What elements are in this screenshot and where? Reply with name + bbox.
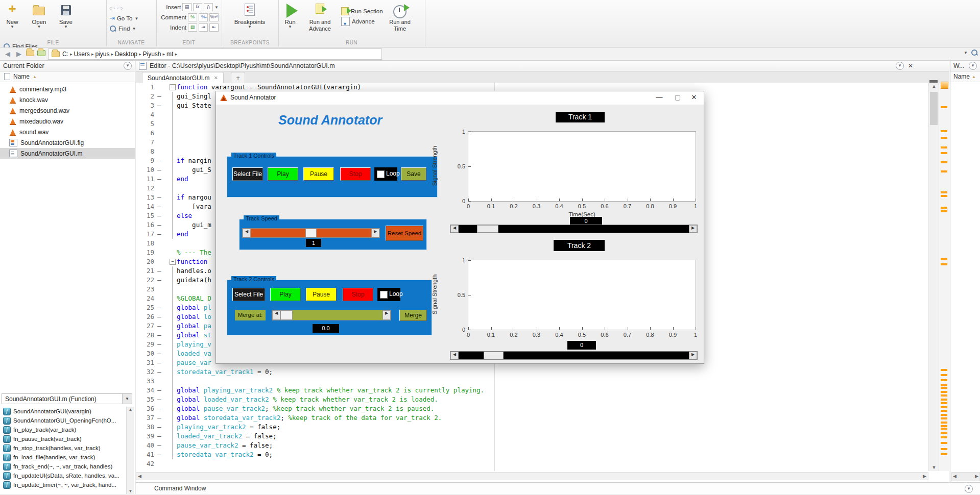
breadcrumb-item[interactable]: C: bbox=[61, 51, 70, 58]
warning-mark[interactable] bbox=[941, 195, 947, 197]
indent-button[interactable]: Indent▤⇥⇤ bbox=[157, 22, 219, 33]
merge-position-slider[interactable]: ◀ ▶ bbox=[272, 310, 391, 320]
scroll-left-icon[interactable]: ◀ bbox=[450, 225, 459, 233]
track1-play-button[interactable]: Play bbox=[268, 167, 298, 181]
comment-icon[interactable]: % bbox=[188, 13, 197, 21]
file-row[interactable]: mixedaudio.wav bbox=[0, 116, 135, 127]
warning-mark[interactable] bbox=[941, 410, 947, 412]
panel-menu-icon[interactable]: ▼ bbox=[896, 62, 904, 70]
warning-mark[interactable] bbox=[941, 106, 947, 108]
track2-play-button[interactable]: Play bbox=[270, 288, 301, 301]
warning-mark[interactable] bbox=[941, 146, 947, 148]
checkbox-icon[interactable] bbox=[377, 170, 385, 178]
warning-mark[interactable] bbox=[941, 207, 947, 209]
smart-indent-icon[interactable]: ▤ bbox=[188, 23, 197, 32]
warning-mark[interactable] bbox=[941, 422, 947, 424]
track1-save-button[interactable]: Save bbox=[401, 167, 426, 181]
scroll-right-icon[interactable]: ▶ bbox=[689, 352, 697, 359]
track2-position-scrollbar[interactable]: ◀ ▶ bbox=[450, 351, 698, 360]
warning-mark[interactable] bbox=[941, 387, 947, 389]
function-list-item[interactable]: ffn_updateUI(sData, sRate, handles, va..… bbox=[0, 471, 127, 480]
scrollbar-thumb[interactable] bbox=[930, 92, 938, 125]
breadcrumb[interactable]: C:▸Users▸piyus▸Desktop▸Piyush▸mt▸ bbox=[48, 48, 382, 60]
warning-mark[interactable] bbox=[941, 191, 947, 193]
scroll-right-icon[interactable]: ▶ bbox=[923, 474, 926, 479]
merge-button[interactable]: Merge bbox=[399, 310, 427, 321]
up-folder-icon[interactable] bbox=[26, 50, 35, 59]
forward-icon[interactable]: ⇨ bbox=[117, 4, 124, 12]
workspace-horizontal-scrollbar[interactable]: ◀ ▶ bbox=[951, 472, 980, 481]
insert-button[interactable]: Insert▤fxƒᵢ▼ bbox=[157, 2, 219, 12]
indent-left-icon[interactable]: ⇤ bbox=[209, 23, 219, 32]
warning-mark[interactable] bbox=[941, 417, 947, 419]
minimize-button[interactable]: — bbox=[652, 93, 667, 101]
warning-mark[interactable] bbox=[941, 399, 947, 401]
insert-section-icon[interactable]: ▤ bbox=[182, 3, 192, 11]
file-row[interactable]: knock.wav bbox=[0, 94, 135, 105]
back-icon[interactable]: ⇦ bbox=[109, 4, 115, 12]
find-button[interactable]: Find▼ bbox=[109, 23, 138, 34]
track1-position-scrollbar[interactable]: ◀ ▶ bbox=[450, 225, 698, 233]
code-fold-icon[interactable]: − bbox=[170, 84, 176, 90]
close-icon[interactable]: ✕ bbox=[908, 62, 913, 69]
track1-stop-button[interactable]: Stop bbox=[340, 167, 371, 181]
new-tab-button[interactable]: + bbox=[231, 72, 245, 83]
function-list-item[interactable]: ffn_load_file(handles, var_track) bbox=[0, 453, 127, 462]
address-dropdown-icon[interactable]: ▼ bbox=[964, 51, 968, 55]
file-row[interactable]: mergedsound.wav bbox=[0, 105, 135, 116]
warning-mark[interactable] bbox=[941, 425, 947, 427]
run-and-time-button[interactable]: Run and Time bbox=[386, 2, 414, 37]
file-list-header[interactable]: Name ▲ bbox=[0, 71, 135, 82]
warning-mark[interactable] bbox=[941, 384, 947, 386]
warning-mark[interactable] bbox=[941, 130, 947, 132]
scroll-down-icon[interactable]: ▼ bbox=[929, 465, 939, 470]
warning-mark[interactable] bbox=[941, 258, 947, 260]
file-row[interactable]: SoundAnnotatorGUI.fig bbox=[0, 137, 135, 148]
breadcrumb-item[interactable]: Users bbox=[73, 51, 91, 58]
function-list-item[interactable]: ffn_play_track(var_track) bbox=[0, 425, 127, 434]
scrollbar-grip[interactable] bbox=[929, 80, 938, 83]
scroll-up-icon[interactable]: ▲ bbox=[929, 84, 939, 89]
close-button[interactable]: ✕ bbox=[686, 93, 702, 101]
run-section-button[interactable]: Run Section bbox=[341, 6, 383, 16]
warning-mark[interactable] bbox=[941, 161, 947, 163]
dialog-titlebar[interactable]: Sound Annotator — ▢ ✕ bbox=[216, 91, 704, 105]
browse-folder-icon[interactable] bbox=[37, 50, 46, 59]
search-icon[interactable] bbox=[971, 49, 978, 56]
warning-mark[interactable] bbox=[941, 402, 947, 404]
scrollbar-thumb[interactable] bbox=[484, 352, 504, 359]
scroll-right-icon[interactable]: ▶ bbox=[689, 225, 697, 233]
insert-function-icon[interactable]: fx bbox=[193, 3, 202, 11]
scroll-down-icon[interactable]: ▼ bbox=[127, 489, 134, 493]
indent-right-icon[interactable]: ⇥ bbox=[199, 23, 208, 32]
forward-icon[interactable]: ▶ bbox=[14, 50, 23, 59]
run-button[interactable]: Run ▼ bbox=[279, 2, 301, 37]
function-list-item[interactable]: fSoundAnnotatorGUI_OpeningFcn(hO... bbox=[0, 416, 127, 425]
function-list-item[interactable]: ffn_track_end(~, ~, var_track, handles) bbox=[0, 462, 127, 471]
scroll-up-icon[interactable]: ▲ bbox=[127, 407, 134, 412]
warning-mark[interactable] bbox=[941, 170, 947, 172]
scrollbar-thumb[interactable] bbox=[477, 225, 498, 233]
slider-left-icon[interactable]: ◀ bbox=[243, 229, 251, 237]
file-row[interactable]: SoundAnnotatorGUI.m bbox=[0, 148, 135, 159]
breakpoints-button[interactable]: Breakpoints ▼ bbox=[227, 2, 273, 37]
warning-mark[interactable] bbox=[941, 428, 947, 430]
open-button[interactable]: Open ▼ bbox=[27, 2, 51, 37]
comment-button[interactable]: Comment%%̶%⏎ bbox=[157, 12, 219, 22]
warning-mark[interactable] bbox=[941, 442, 947, 444]
warning-mark[interactable] bbox=[941, 369, 947, 371]
slider-thumb[interactable] bbox=[305, 229, 317, 237]
warning-mark[interactable] bbox=[941, 374, 947, 376]
file-row[interactable]: sound.wav bbox=[0, 127, 135, 137]
slider-right-icon[interactable]: ▶ bbox=[371, 229, 379, 237]
panel-menu-icon[interactable]: ▼ bbox=[969, 62, 977, 70]
run-and-advance-button[interactable]: Run and Advance bbox=[304, 2, 335, 37]
wrap-comments-icon[interactable]: %⏎ bbox=[209, 13, 219, 21]
slider-right-icon[interactable]: ▶ bbox=[383, 310, 391, 320]
code-fold-icon[interactable]: − bbox=[170, 259, 176, 265]
warning-mark[interactable] bbox=[941, 210, 947, 212]
tab-close-icon[interactable]: ✕ bbox=[213, 75, 218, 81]
track1-pause-button[interactable]: Pause bbox=[303, 167, 334, 181]
warning-mark[interactable] bbox=[941, 391, 947, 393]
warning-mark[interactable] bbox=[941, 432, 947, 434]
